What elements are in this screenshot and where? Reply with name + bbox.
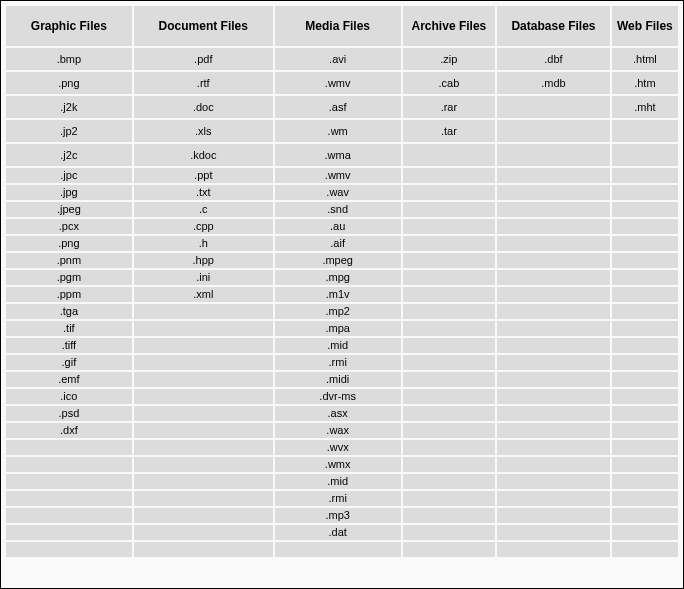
- cell-database: [497, 253, 610, 268]
- cell-graphic: .png: [6, 72, 132, 94]
- header-document: Document Files: [134, 6, 273, 46]
- cell-media: .snd: [275, 202, 401, 217]
- cell-document: [134, 321, 273, 336]
- table-body: .bmp.pdf.avi.zip.dbf.html.png.rtf.wmv.ca…: [6, 48, 678, 557]
- header-database: Database Files: [497, 6, 610, 46]
- table-row: .tiff.mid: [6, 338, 678, 353]
- cell-web: .html: [612, 48, 678, 70]
- cell-database: [497, 321, 610, 336]
- cell-document: [134, 542, 273, 557]
- cell-media: .wmv: [275, 168, 401, 183]
- cell-graphic: .bmp: [6, 48, 132, 70]
- cell-graphic: [6, 457, 132, 472]
- cell-web: [612, 406, 678, 421]
- cell-graphic: .gif: [6, 355, 132, 370]
- cell-document: [134, 406, 273, 421]
- cell-database: [497, 423, 610, 438]
- cell-media: .mp3: [275, 508, 401, 523]
- cell-media: .asf: [275, 96, 401, 118]
- cell-document: .c: [134, 202, 273, 217]
- cell-archive: [403, 440, 496, 455]
- cell-graphic: .j2k: [6, 96, 132, 118]
- cell-archive: [403, 423, 496, 438]
- cell-database: [497, 338, 610, 353]
- header-media: Media Files: [275, 6, 401, 46]
- table-row: .jpc.ppt.wmv: [6, 168, 678, 183]
- table-row: [6, 542, 678, 557]
- table-row: .emf.midi: [6, 372, 678, 387]
- cell-archive: [403, 389, 496, 404]
- cell-database: [497, 508, 610, 523]
- cell-archive: [403, 457, 496, 472]
- cell-web: [612, 389, 678, 404]
- table-row: .jp2.xls.wm.tar: [6, 120, 678, 142]
- cell-graphic: .tif: [6, 321, 132, 336]
- cell-web: .mht: [612, 96, 678, 118]
- cell-archive: [403, 185, 496, 200]
- cell-media: [275, 542, 401, 557]
- cell-document: .ppt: [134, 168, 273, 183]
- cell-web: [612, 304, 678, 319]
- cell-database: [497, 542, 610, 557]
- cell-document: .rtf: [134, 72, 273, 94]
- cell-graphic: .tga: [6, 304, 132, 319]
- cell-document: .pdf: [134, 48, 273, 70]
- cell-document: .h: [134, 236, 273, 251]
- cell-web: [612, 440, 678, 455]
- table-row: .psd.asx: [6, 406, 678, 421]
- cell-web: [612, 525, 678, 540]
- cell-media: .midi: [275, 372, 401, 387]
- cell-graphic: .jpeg: [6, 202, 132, 217]
- cell-web: [612, 202, 678, 217]
- table-row: .tga.mp2: [6, 304, 678, 319]
- cell-database: [497, 144, 610, 166]
- cell-media: .mpeg: [275, 253, 401, 268]
- cell-archive: [403, 321, 496, 336]
- cell-database: [497, 304, 610, 319]
- table-row: .mid: [6, 474, 678, 489]
- cell-web: [612, 168, 678, 183]
- cell-media: .mid: [275, 474, 401, 489]
- cell-media: .au: [275, 219, 401, 234]
- cell-document: [134, 372, 273, 387]
- file-types-table: Graphic Files Document Files Media Files…: [4, 4, 680, 559]
- cell-web: [612, 120, 678, 142]
- cell-graphic: .tiff: [6, 338, 132, 353]
- cell-media: .avi: [275, 48, 401, 70]
- cell-web: [612, 508, 678, 523]
- cell-graphic: .psd: [6, 406, 132, 421]
- cell-web: [612, 236, 678, 251]
- cell-media: .m1v: [275, 287, 401, 302]
- cell-archive: [403, 168, 496, 183]
- table-row: .jpg.txt.wav: [6, 185, 678, 200]
- cell-web: [612, 270, 678, 285]
- cell-database: .mdb: [497, 72, 610, 94]
- cell-media: .rmi: [275, 491, 401, 506]
- cell-document: .kdoc: [134, 144, 273, 166]
- table-row: .jpeg.c.snd: [6, 202, 678, 217]
- file-types-table-container: Graphic Files Document Files Media Files…: [0, 0, 684, 589]
- cell-web: [612, 219, 678, 234]
- cell-web: [612, 287, 678, 302]
- cell-web: [612, 253, 678, 268]
- cell-media: .wma: [275, 144, 401, 166]
- cell-database: [497, 355, 610, 370]
- cell-archive: [403, 270, 496, 285]
- table-row: .pgm.ini.mpg: [6, 270, 678, 285]
- cell-media: .mpg: [275, 270, 401, 285]
- cell-archive: [403, 253, 496, 268]
- table-row: .rmi: [6, 491, 678, 506]
- cell-web: [612, 457, 678, 472]
- cell-archive: [403, 338, 496, 353]
- cell-graphic: .pgm: [6, 270, 132, 285]
- cell-web: [612, 185, 678, 200]
- header-web: Web Files: [612, 6, 678, 46]
- table-row: .wvx: [6, 440, 678, 455]
- table-row: .dxf.wax: [6, 423, 678, 438]
- cell-document: [134, 457, 273, 472]
- cell-archive: [403, 542, 496, 557]
- cell-graphic: .jp2: [6, 120, 132, 142]
- cell-graphic: [6, 508, 132, 523]
- cell-database: [497, 219, 610, 234]
- cell-database: [497, 120, 610, 142]
